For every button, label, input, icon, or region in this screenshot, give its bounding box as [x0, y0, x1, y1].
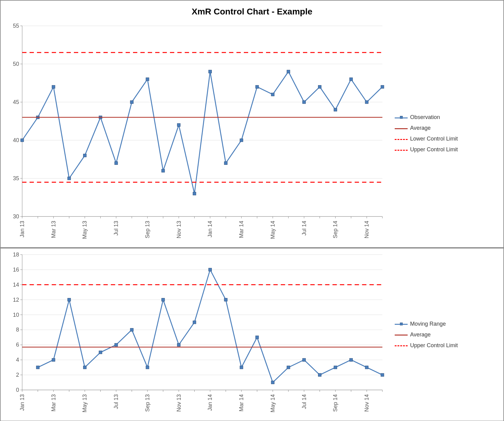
svg-text:0: 0 — [16, 387, 19, 393]
svg-text:May 13: May 13 — [82, 394, 88, 412]
svg-text:10: 10 — [13, 312, 19, 318]
moving-range-legend: Moving Range Average Upper Control Limit — [389, 248, 503, 421]
svg-rect-66 — [177, 123, 180, 126]
svg-rect-79 — [381, 85, 384, 88]
svg-rect-169 — [318, 373, 321, 376]
legend-item-lcl: Lower Control Limit — [395, 136, 503, 142]
legend-item-ucl: Upper Control Limit — [395, 342, 503, 349]
individuals-plot: 303540455055Jan 13Mar 13May 13Jul 13Sep … — [1, 20, 389, 247]
legend-label: Observation — [410, 114, 440, 121]
moving-range-chart-body: 024681012141618Jan 13Mar 13May 13Jul 13S… — [1, 248, 503, 421]
svg-text:35: 35 — [13, 175, 19, 181]
legend-label: Upper Control Limit — [410, 342, 458, 349]
legend-item-observation: Observation — [395, 114, 503, 121]
svg-rect-154 — [83, 366, 86, 369]
svg-rect-163 — [224, 298, 227, 301]
svg-text:4: 4 — [16, 357, 19, 363]
svg-rect-73 — [287, 70, 290, 73]
svg-text:Nov 14: Nov 14 — [364, 221, 370, 238]
svg-text:6: 6 — [16, 342, 19, 348]
svg-text:Mar 14: Mar 14 — [238, 221, 244, 238]
legend-label: Lower Control Limit — [410, 136, 458, 142]
svg-text:Mar 13: Mar 13 — [50, 394, 57, 411]
svg-rect-171 — [349, 358, 353, 361]
svg-rect-75 — [318, 85, 321, 88]
svg-text:12: 12 — [13, 297, 19, 303]
svg-text:Jul 13: Jul 13 — [113, 221, 119, 236]
svg-text:Nov 14: Nov 14 — [364, 394, 370, 412]
svg-text:Nov 13: Nov 13 — [176, 394, 182, 412]
line-marker-icon — [395, 115, 408, 120]
svg-rect-68 — [208, 70, 212, 73]
svg-rect-158 — [146, 366, 149, 369]
svg-rect-167 — [287, 366, 290, 369]
svg-rect-161 — [193, 321, 196, 324]
svg-text:May 14: May 14 — [270, 394, 276, 412]
legend-label: Average — [410, 125, 431, 131]
svg-rect-156 — [115, 343, 118, 346]
svg-rect-59 — [68, 177, 71, 180]
dashed-line-icon — [395, 147, 408, 153]
svg-text:Sep 14: Sep 14 — [332, 221, 338, 238]
svg-text:45: 45 — [13, 99, 19, 105]
legend-item-average: Average — [395, 332, 503, 338]
svg-text:16: 16 — [13, 267, 19, 273]
svg-rect-67 — [193, 192, 196, 195]
svg-rect-64 — [146, 78, 149, 81]
dashed-line-icon — [395, 343, 408, 348]
svg-rect-172 — [365, 366, 368, 369]
dashed-line-icon — [395, 136, 408, 142]
solid-line-icon — [395, 125, 408, 131]
svg-rect-63 — [130, 101, 133, 104]
svg-rect-71 — [256, 85, 259, 88]
svg-rect-70 — [240, 139, 243, 142]
svg-text:8: 8 — [16, 327, 19, 333]
svg-rect-62 — [115, 161, 118, 165]
svg-text:Sep 13: Sep 13 — [144, 221, 151, 238]
svg-text:Jul 13: Jul 13 — [113, 394, 119, 409]
line-marker-icon — [395, 321, 408, 327]
legend-label: Average — [410, 332, 431, 338]
svg-text:50: 50 — [13, 61, 19, 67]
svg-rect-155 — [99, 351, 102, 354]
svg-rect-164 — [240, 366, 243, 369]
svg-rect-160 — [177, 343, 180, 346]
svg-text:40: 40 — [13, 137, 19, 143]
moving-range-plot: 024681012141618Jan 13Mar 13May 13Jul 13S… — [1, 248, 389, 421]
svg-rect-56 — [21, 139, 24, 142]
svg-text:May 14: May 14 — [270, 221, 276, 239]
svg-text:Jan 13: Jan 13 — [19, 394, 25, 411]
svg-rect-162 — [208, 268, 212, 271]
svg-rect-78 — [365, 101, 368, 104]
svg-text:2: 2 — [16, 372, 19, 378]
moving-range-chart-container: 024681012141618Jan 13Mar 13May 13Jul 13S… — [0, 248, 504, 421]
svg-text:14: 14 — [13, 282, 19, 288]
individuals-legend: Observation Average Lower Control Limit … — [389, 20, 503, 247]
svg-rect-72 — [271, 93, 274, 96]
svg-rect-159 — [162, 298, 165, 301]
legend-label: Upper Control Limit — [410, 146, 458, 153]
svg-rect-69 — [224, 161, 227, 165]
individuals-chart-body: 303540455055Jan 13Mar 13May 13Jul 13Sep … — [1, 20, 503, 247]
svg-rect-152 — [52, 358, 55, 361]
svg-rect-151 — [36, 366, 39, 369]
svg-text:Mar 13: Mar 13 — [50, 221, 57, 238]
legend-label: Moving Range — [410, 321, 446, 327]
svg-rect-165 — [256, 336, 259, 339]
svg-rect-60 — [83, 154, 86, 157]
svg-text:Sep 14: Sep 14 — [332, 394, 338, 412]
individuals-chart-container: XmR Control Chart - Example 303540455055… — [0, 0, 504, 248]
svg-rect-77 — [349, 78, 353, 81]
svg-text:Nov 13: Nov 13 — [176, 221, 182, 238]
svg-rect-153 — [68, 298, 71, 301]
chart-title: XmR Control Chart - Example — [1, 1, 503, 20]
svg-text:Sep 13: Sep 13 — [144, 394, 151, 412]
solid-line-icon — [395, 332, 408, 337]
legend-item-moving-range: Moving Range — [395, 321, 503, 327]
svg-rect-170 — [334, 366, 337, 369]
legend-item-average: Average — [395, 125, 503, 131]
svg-text:Jan 14: Jan 14 — [207, 394, 213, 411]
svg-text:55: 55 — [13, 23, 19, 29]
svg-rect-76 — [334, 108, 337, 111]
svg-text:May 13: May 13 — [82, 221, 88, 239]
